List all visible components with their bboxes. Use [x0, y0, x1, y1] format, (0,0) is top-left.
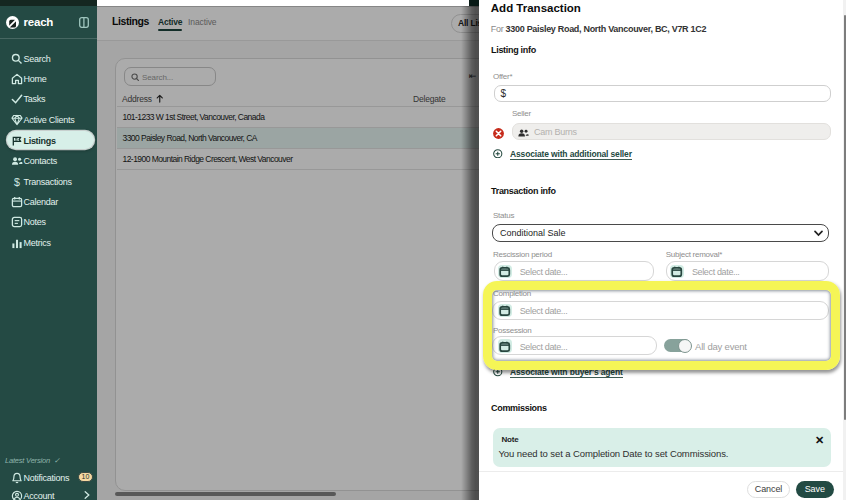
svg-text:$: $ — [13, 176, 19, 188]
